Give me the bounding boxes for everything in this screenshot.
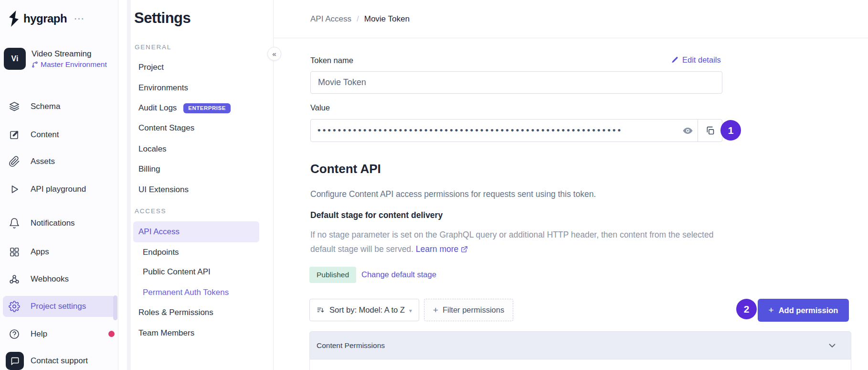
content-permissions-header-row[interactable]: Content Permissions xyxy=(309,331,851,359)
help-alert-dot xyxy=(108,331,115,337)
breadcrumb-separator: / xyxy=(357,14,359,24)
apps-grid-icon xyxy=(9,246,23,258)
breadcrumb-parent-link[interactable]: API Access xyxy=(310,14,351,24)
sidebar-scrollbar-thumb[interactable] xyxy=(113,295,117,320)
bell-icon xyxy=(9,218,23,229)
sidebar-item-label: API playground xyxy=(31,185,86,194)
sidebar-item-schema[interactable]: Schema xyxy=(0,96,118,117)
section-label-access: ACCESS xyxy=(135,207,166,215)
chat-bubble-icon xyxy=(6,352,24,370)
default-stage-text-line2: default stage will be served. Learn more xyxy=(310,244,468,254)
sidebar-item-help[interactable]: Help xyxy=(0,324,118,345)
project-name: Video Streaming xyxy=(32,49,107,59)
filter-permissions-label: Filter permissions xyxy=(443,305,504,315)
settings-item-api-access[interactable]: API Access xyxy=(133,221,259,242)
sidebar-item-assets[interactable]: Assets xyxy=(0,151,118,172)
section-label-general: GENERAL xyxy=(135,44,171,51)
sidebar-item-webhooks[interactable]: Webhooks xyxy=(0,269,118,290)
sidebar-item-label: Content xyxy=(31,130,59,140)
project-switcher[interactable]: Vi Video Streaming Master Environment xyxy=(4,48,107,70)
sidebar-item-label: Contact support xyxy=(31,356,88,366)
annotation-step-2: 2 xyxy=(736,299,757,319)
schema-layers-icon xyxy=(9,101,23,112)
play-icon xyxy=(9,184,23,195)
default-stage-text: default stage will be served. xyxy=(310,244,413,254)
settings-nav-panel: Settings GENERAL Project Environments Au… xyxy=(118,0,274,370)
masked-token-value: ••••••••••••••••••••••••••••••••••••••••… xyxy=(311,120,677,141)
sidebar-item-content[interactable]: Content xyxy=(0,124,118,145)
sidebar-item-apps[interactable]: Apps xyxy=(0,241,118,262)
reveal-value-button[interactable] xyxy=(677,120,698,141)
settings-item-public-content-api[interactable]: Public Content API xyxy=(143,263,211,281)
settings-scrollbar-track[interactable] xyxy=(127,0,131,370)
sidebar-item-project-settings[interactable]: Project settings xyxy=(3,296,116,317)
sidebar-item-label: Notifications xyxy=(31,218,75,228)
sidebar-item-label: Apps xyxy=(31,247,49,257)
permissions-table-row xyxy=(309,359,851,370)
edit-details-button[interactable]: Edit details xyxy=(671,55,722,65)
hygraph-app: hygraph ⋯ Vi Video Streaming Master Envi… xyxy=(0,0,868,370)
annotation-step-1: 1 xyxy=(720,120,741,141)
branch-icon xyxy=(32,61,38,68)
sort-by-dropdown[interactable]: Sort by: Model: A to Z ▾ xyxy=(309,299,419,321)
sidebar-item-label: Schema xyxy=(31,102,60,111)
settings-item-permanent-auth-tokens[interactable]: Permanent Auth Tokens xyxy=(143,284,229,301)
settings-item-content-stages[interactable]: Content Stages xyxy=(138,120,194,137)
pencil-icon xyxy=(671,56,679,64)
settings-item-ui-extensions[interactable]: UI Extensions xyxy=(138,181,189,198)
collapse-panel-button[interactable]: « xyxy=(267,47,281,61)
settings-item-label: API Access xyxy=(138,221,180,242)
settings-item-locales[interactable]: Locales xyxy=(138,141,167,158)
sidebar-item-label: Webhooks xyxy=(31,274,69,284)
settings-item-roles-permissions[interactable]: Roles & Permissions xyxy=(138,304,213,321)
add-permission-button[interactable]: + Add permission xyxy=(758,299,849,322)
learn-more-link[interactable]: Learn more xyxy=(416,244,468,254)
sidebar-item-contact-support[interactable]: Contact support xyxy=(0,350,118,370)
add-permission-label: Add permission xyxy=(779,306,838,315)
project-meta: Video Streaming Master Environment xyxy=(32,49,107,69)
workspace-menu-ellipsis-icon[interactable]: ⋯ xyxy=(74,16,85,21)
settings-item-billing[interactable]: Billing xyxy=(138,161,160,178)
settings-item-audit-logs[interactable]: Audit Logs ENTERPRISE xyxy=(138,99,231,117)
settings-item-project[interactable]: Project xyxy=(138,59,164,76)
settings-item-environments[interactable]: Environments xyxy=(138,79,188,97)
brand-name: hygraph xyxy=(23,12,67,25)
settings-item-team-members[interactable]: Team Members xyxy=(138,325,194,342)
default-stage-heading: Default stage for content delivery xyxy=(310,210,443,220)
sidebar-item-notifications[interactable]: Notifications xyxy=(0,213,118,234)
edit-details-label: Edit details xyxy=(682,55,721,65)
brand-row: hygraph ⋯ xyxy=(8,11,85,27)
token-name-input[interactable] xyxy=(310,71,722,94)
enterprise-badge: ENTERPRISE xyxy=(183,103,231,113)
plus-icon: + xyxy=(769,305,774,316)
environment-label: Master Environment xyxy=(41,60,107,69)
help-question-icon xyxy=(9,328,23,340)
change-default-stage-link[interactable]: Change default stage xyxy=(361,270,436,279)
settings-item-endpoints[interactable]: Endpoints xyxy=(143,244,179,261)
token-value-label: Value xyxy=(310,103,330,112)
environment-link[interactable]: Master Environment xyxy=(32,60,107,69)
sidebar-item-label: Project settings xyxy=(31,302,86,311)
settings-title: Settings xyxy=(134,10,191,27)
sort-by-label: Sort by: Model: A to Z xyxy=(329,305,405,315)
webhooks-icon xyxy=(9,273,23,285)
main-content: API Access / Movie Token Token name Edit… xyxy=(274,0,868,370)
breadcrumb-current: Movie Token xyxy=(364,14,410,24)
main-sidebar: hygraph ⋯ Vi Video Streaming Master Envi… xyxy=(0,0,118,370)
token-value-field: ••••••••••••••••••••••••••••••••••••••••… xyxy=(310,119,722,142)
chevron-down-icon: ▾ xyxy=(409,307,412,314)
sidebar-item-api-playground[interactable]: API playground xyxy=(0,179,118,200)
external-link-icon xyxy=(461,246,468,253)
learn-more-label: Learn more xyxy=(416,244,459,254)
breadcrumb: API Access / Movie Token xyxy=(274,0,868,38)
content-api-description: Configure Content API access permissions… xyxy=(310,189,596,199)
assets-paperclip-icon xyxy=(9,156,23,167)
settings-item-label: Audit Logs xyxy=(138,99,177,117)
sidebar-item-label: Assets xyxy=(31,157,55,166)
content-api-heading: Content API xyxy=(310,162,381,176)
copy-icon xyxy=(705,126,715,136)
default-stage-text-line1: If no stage parameter is set on the Grap… xyxy=(310,230,713,240)
filter-permissions-button[interactable]: + Filter permissions xyxy=(424,299,513,321)
sidebar-item-label: Help xyxy=(31,329,47,339)
copy-value-button[interactable] xyxy=(698,120,722,141)
